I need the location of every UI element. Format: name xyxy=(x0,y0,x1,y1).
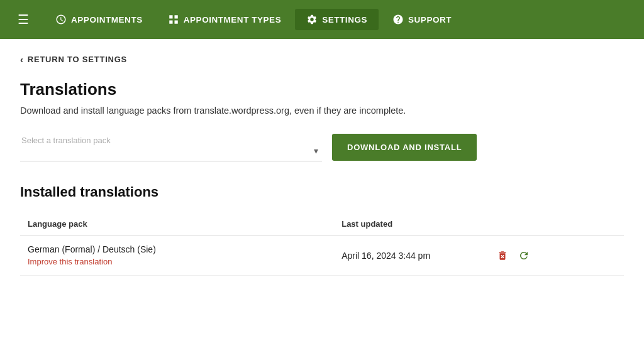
clock-icon xyxy=(55,14,67,25)
page-description: Download and install language packs from… xyxy=(20,106,624,116)
nav-label-support: SUPPORT xyxy=(408,15,452,24)
row-actions xyxy=(523,250,540,261)
page-title: Translations xyxy=(20,80,624,99)
improve-translation-link[interactable]: Improve this translation xyxy=(28,257,112,266)
translation-select[interactable] xyxy=(20,133,322,161)
column-header-language-pack: Language pack xyxy=(20,213,334,236)
column-header-actions xyxy=(515,213,624,236)
back-link[interactable]: ‹ RETURN TO SETTINGS xyxy=(20,54,127,65)
main-content: ‹ RETURN TO SETTINGS Translations Downlo… xyxy=(0,39,644,291)
nav-label-settings: SETTINGS xyxy=(322,15,367,24)
translation-select-row: Select a translation pack ▾ DOWNLOAD AND… xyxy=(20,133,624,161)
language-name: German (Formal) / Deutsch (Sie) xyxy=(28,244,326,254)
last-updated-cell: April 16, 2024 3:44 pm xyxy=(334,236,515,276)
table-header-row: Language pack Last updated xyxy=(20,213,624,236)
refresh-icon[interactable] xyxy=(518,250,530,261)
actions-cell xyxy=(515,236,624,276)
language-pack-cell: German (Formal) / Deutsch (Sie) Improve … xyxy=(20,236,334,276)
nav-item-appointments[interactable]: APPOINTMENTS xyxy=(44,9,154,30)
gear-icon xyxy=(306,14,318,25)
back-link-label: RETURN TO SETTINGS xyxy=(28,55,127,64)
installed-translations-title: Installed translations xyxy=(20,184,624,200)
delete-icon[interactable] xyxy=(497,250,508,261)
nav-label-appointment-types: APPOINTMENT TYPES xyxy=(184,15,281,24)
back-arrow-icon: ‹ xyxy=(20,54,24,65)
nav-bar: ☰ APPOINTMENTS APPOINTMENT TYPES SETTING… xyxy=(0,0,644,39)
download-install-button[interactable]: DOWNLOAD AND INSTALL xyxy=(332,134,477,161)
nav-item-appointment-types[interactable]: APPOINTMENT TYPES xyxy=(157,9,292,30)
table-row: German (Formal) / Deutsch (Sie) Improve … xyxy=(20,236,624,276)
translations-table: Language pack Last updated German (Forma… xyxy=(20,213,624,276)
column-header-last-updated: Last updated xyxy=(334,213,515,236)
nav-item-settings[interactable]: SETTINGS xyxy=(295,9,379,30)
hamburger-menu[interactable]: ☰ xyxy=(10,7,36,32)
nav-label-appointments: APPOINTMENTS xyxy=(71,15,143,24)
nav-item-support[interactable]: SUPPORT xyxy=(381,9,463,30)
question-icon xyxy=(392,14,404,25)
select-wrapper: Select a translation pack ▾ xyxy=(20,133,322,161)
grid-icon xyxy=(168,14,179,25)
